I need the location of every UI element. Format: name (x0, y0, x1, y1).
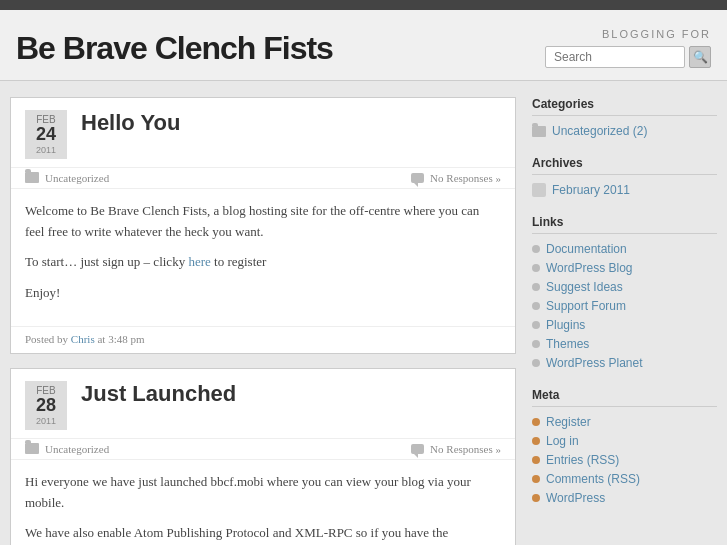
post-1-year: 2011 (31, 145, 61, 155)
folder-icon (25, 172, 39, 183)
post-1-here-link[interactable]: here (188, 254, 210, 269)
post-1-date: Feb 24 2011 (25, 110, 67, 159)
folder-sm-icon (532, 126, 546, 137)
bullet-dot-icon (532, 456, 540, 464)
post-2: Feb 28 2011 Just Launched Uncategorized … (10, 368, 516, 545)
sidebar-link-item-6: WordPress Planet (532, 356, 717, 370)
header-right: BLOGGING FOR 🔍 (545, 28, 711, 68)
header: Be Brave Clench Fists BLOGGING FOR 🔍 (0, 10, 727, 81)
sidebar-meta-3[interactable]: Comments (RSS) (546, 472, 640, 486)
sidebar-link-item-2: Suggest Ideas (532, 280, 717, 294)
sidebar-categories: Categories Uncategorized (2) (532, 97, 717, 138)
post-1-body-p2-text: To start… just sign up – clicky (25, 254, 188, 269)
sidebar: Categories Uncategorized (2) Archives Fe… (532, 97, 717, 545)
bullet-dot-icon (532, 437, 540, 445)
post-2-body-p1: Hi everyone we have just launched bbcf.m… (25, 472, 501, 514)
sidebar-meta-item-1: Log in (532, 434, 717, 448)
meta-list: RegisterLog inEntries (RSS)Comments (RSS… (532, 415, 717, 505)
sidebar-link-item-1: WordPress Blog (532, 261, 717, 275)
search-bar: 🔍 (545, 46, 711, 68)
sidebar-meta-item-2: Entries (RSS) (532, 453, 717, 467)
sidebar-link-2[interactable]: Suggest Ideas (546, 280, 623, 294)
sidebar-link-item-5: Themes (532, 337, 717, 351)
post-2-date: Feb 28 2011 (25, 381, 67, 430)
search-input[interactable] (545, 46, 685, 68)
post-1-posted-at: at 3:48 pm (97, 333, 144, 345)
sidebar-item-feb2011: February 2011 (532, 183, 717, 197)
post-1-category-label: Uncategorized (45, 172, 109, 184)
bullet-dot-icon (532, 494, 540, 502)
main-content: Feb 24 2011 Hello You Uncategorized No R… (10, 97, 516, 545)
sidebar-meta-item-0: Register (532, 415, 717, 429)
sidebar-link-6[interactable]: WordPress Planet (546, 356, 643, 370)
search-button[interactable]: 🔍 (689, 46, 711, 68)
sidebar-link-3[interactable]: Support Forum (546, 299, 626, 313)
sidebar-links-title: Links (532, 215, 717, 234)
sidebar-link-1[interactable]: WordPress Blog (546, 261, 632, 275)
sidebar-meta-1[interactable]: Log in (546, 434, 579, 448)
sidebar-category-link[interactable]: Uncategorized (2) (552, 124, 647, 138)
sidebar-link-item-0: Documentation (532, 242, 717, 256)
comment-icon-2 (411, 444, 424, 454)
post-2-responses-label: No Responses » (430, 443, 501, 455)
layout: Feb 24 2011 Hello You Uncategorized No R… (0, 81, 727, 545)
post-1-responses-label: No Responses » (430, 172, 501, 184)
bullet-dot-icon (532, 264, 540, 272)
bullet-dot-icon (532, 283, 540, 291)
sidebar-link-item-4: Plugins (532, 318, 717, 332)
post-1-body-p2: To start… just sign up – clicky here to … (25, 252, 501, 273)
folder-icon-2 (25, 443, 39, 454)
sidebar-link-item-3: Support Forum (532, 299, 717, 313)
post-2-year: 2011 (31, 416, 61, 426)
bullet-dot-icon (532, 475, 540, 483)
bullet-dot-icon (532, 340, 540, 348)
post-1-author-link[interactable]: Chris (71, 333, 95, 345)
sidebar-link-4[interactable]: Plugins (546, 318, 585, 332)
bullet-dot-icon (532, 418, 540, 426)
sidebar-meta-item-4: WordPress (532, 491, 717, 505)
sidebar-categories-title: Categories (532, 97, 717, 116)
post-2-body: Hi everyone we have just launched bbcf.m… (11, 460, 515, 545)
top-bar (0, 0, 727, 10)
post-2-body-p2: We have also enable Atom Publishing Prot… (25, 523, 501, 545)
post-1-footer: Posted by Chris at 3:48 pm (11, 326, 515, 353)
sidebar-link-0[interactable]: Documentation (546, 242, 627, 256)
post-1-header: Feb 24 2011 Hello You (11, 98, 515, 168)
post-2-header: Feb 28 2011 Just Launched (11, 369, 515, 439)
sidebar-meta-4[interactable]: WordPress (546, 491, 605, 505)
post-1-title: Hello You (81, 110, 180, 136)
post-1-day: 24 (31, 125, 61, 145)
sidebar-links: Links DocumentationWordPress BlogSuggest… (532, 215, 717, 370)
post-2-title: Just Launched (81, 381, 236, 407)
sidebar-meta: Meta RegisterLog inEntries (RSS)Comments… (532, 388, 717, 505)
sidebar-archives: Archives February 2011 (532, 156, 717, 197)
post-1-posted-by: Posted by (25, 333, 68, 345)
post-1: Feb 24 2011 Hello You Uncategorized No R… (10, 97, 516, 354)
post-2-responses: No Responses » (411, 443, 501, 455)
post-1-body: Welcome to Be Brave Clench Fists, a blog… (11, 189, 515, 326)
post-2-category: Uncategorized (25, 443, 109, 455)
blogging-for-label: BLOGGING FOR (602, 28, 711, 40)
sidebar-meta-title: Meta (532, 388, 717, 407)
sidebar-link-5[interactable]: Themes (546, 337, 589, 351)
calendar-icon (532, 183, 546, 197)
post-1-body-p1: Welcome to Be Brave Clench Fists, a blog… (25, 201, 501, 243)
sidebar-meta-0[interactable]: Register (546, 415, 591, 429)
post-1-body-p2-end: to register (211, 254, 267, 269)
post-1-body-p3: Enjoy! (25, 283, 501, 304)
post-2-day: 28 (31, 396, 61, 416)
bullet-dot-icon (532, 302, 540, 310)
bullet-dot-icon (532, 359, 540, 367)
sidebar-archive-link[interactable]: February 2011 (552, 183, 630, 197)
bullet-dot-icon (532, 321, 540, 329)
post-2-category-label: Uncategorized (45, 443, 109, 455)
bullet-dot-icon (532, 245, 540, 253)
comment-icon (411, 173, 424, 183)
post-2-meta: Uncategorized No Responses » (11, 439, 515, 460)
links-list: DocumentationWordPress BlogSuggest Ideas… (532, 242, 717, 370)
sidebar-archives-title: Archives (532, 156, 717, 175)
site-title: Be Brave Clench Fists (16, 30, 333, 67)
post-1-meta: Uncategorized No Responses » (11, 168, 515, 189)
post-1-responses: No Responses » (411, 172, 501, 184)
sidebar-meta-2[interactable]: Entries (RSS) (546, 453, 619, 467)
